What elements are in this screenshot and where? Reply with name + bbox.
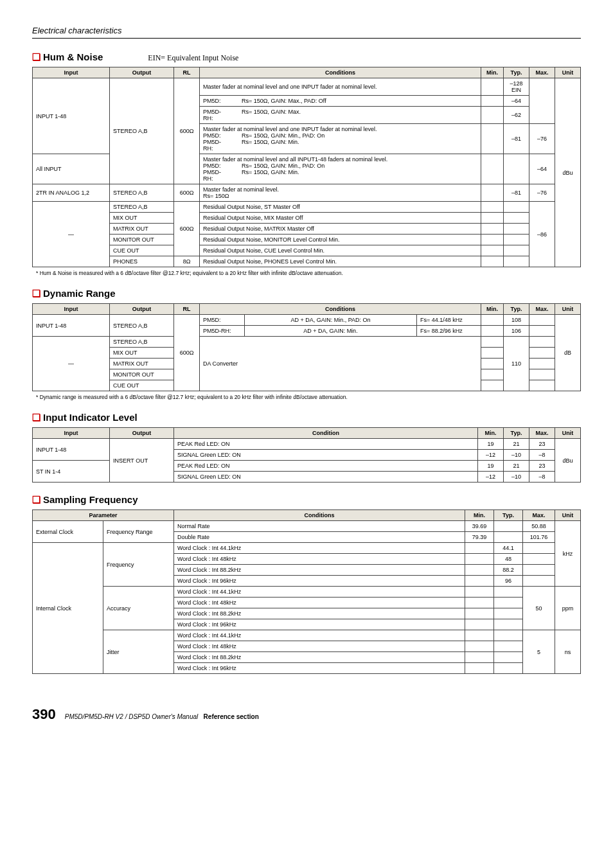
- cell-rl: 600Ω: [174, 315, 200, 391]
- cell-cond: PEAK Red LED: ON: [174, 461, 478, 472]
- cell-typ: [494, 663, 523, 674]
- table-row: — STEREO A,B 600Ω Residual Output Noise,…: [33, 202, 581, 213]
- cell-cond: Word Clock : Int 44.1kHz: [174, 543, 465, 554]
- cell-cond: Residual Output Noise, MATRIX Master Off: [200, 224, 481, 235]
- cell-cond-l: PM5D-RH:: [200, 326, 245, 337]
- cell-typ: [494, 630, 523, 641]
- th-conditions: Conditions: [200, 304, 481, 315]
- cell-min: [481, 202, 504, 213]
- sampling-table: Parameter Conditions Min. Typ. Max. Unit…: [32, 509, 581, 674]
- cell-p2: Accuracy: [103, 587, 174, 630]
- table-row: MONITOR OUT Residual Output Noise, MONIT…: [33, 235, 581, 245]
- th-max: Max.: [529, 304, 555, 315]
- cell-min: [481, 96, 504, 107]
- cell-max: [523, 554, 555, 565]
- cell-typ: –62: [504, 107, 529, 124]
- th-typ: Typ.: [504, 428, 529, 439]
- table-row: Input Output RL Conditions Min. Typ. Max…: [33, 304, 581, 315]
- cell-rl: 8Ω: [174, 256, 200, 267]
- cell-min: [481, 224, 504, 235]
- th-typ: Typ.: [504, 67, 529, 78]
- table-row: MIX OUT Residual Output Noise, MIX Maste…: [33, 213, 581, 224]
- hum-noise-title: ❏Hum & Noise: [32, 51, 103, 63]
- cell-max: –64: [529, 154, 555, 184]
- cell-unit: dBu: [555, 439, 581, 483]
- cell-typ: 88.2: [494, 565, 523, 576]
- cell-input: INPUT 1-48: [33, 439, 110, 461]
- cell-p2: Jitter: [103, 630, 174, 674]
- table-row: PHONES 8Ω Residual Output Noise, PHONES …: [33, 256, 581, 267]
- cell-max: [529, 326, 555, 337]
- th-rl: RL: [174, 304, 200, 315]
- cell-typ: 108: [504, 315, 529, 326]
- cell-min: [481, 315, 504, 326]
- cell-p2: Frequency: [103, 543, 174, 587]
- th-max: Max.: [529, 428, 555, 439]
- cell-typ: [494, 608, 523, 619]
- cell-max: –76: [529, 124, 555, 154]
- cell-output: STEREO A,B: [110, 337, 174, 348]
- table-row: Input Output RL Conditions Min. Typ. Max…: [33, 67, 581, 78]
- cell-typ: –64: [504, 96, 529, 107]
- cell-output: MONITOR OUT: [110, 369, 174, 380]
- cell-max: [529, 337, 555, 348]
- cell-typ: [494, 521, 523, 532]
- cell-min: [465, 587, 494, 598]
- cell-min: 79.39: [465, 532, 494, 543]
- cell-output: MIX OUT: [110, 213, 174, 224]
- th-conditions: Conditions: [200, 67, 481, 78]
- th-min: Min.: [481, 304, 504, 315]
- th-min: Min.: [465, 510, 494, 521]
- cell-cond: DA Converter: [200, 337, 481, 391]
- cell-cond: Word Clock : Int 88.2kHz: [174, 652, 465, 663]
- cell-min: [481, 213, 504, 224]
- cell-unit: dBu: [555, 78, 581, 267]
- cell-max: –76: [529, 184, 555, 202]
- cell-min: [481, 348, 504, 359]
- cell-max: [529, 315, 555, 326]
- cell-cond: Master fader at nominal level and one IN…: [200, 78, 481, 96]
- cell-cond: Residual Output Noise, CUE Level Control…: [200, 245, 481, 256]
- page-footer: 390 PM5D/PM5D-RH V2 / DSP5D Owner's Manu…: [32, 706, 581, 723]
- cell-output: MONITOR OUT: [110, 235, 174, 245]
- th-output: Output: [110, 428, 174, 439]
- cell-min: [465, 554, 494, 565]
- cell-min: [481, 326, 504, 337]
- cell-typ: –81: [504, 124, 529, 154]
- cell-typ: 21: [504, 439, 529, 450]
- cell-min: [465, 576, 494, 587]
- table-row: INPUT 1-48 STEREO A,B 600Ω Master fader …: [33, 78, 581, 96]
- table-row: Accuracy Word Clock : Int 44.1kHz 50 ppm: [33, 587, 581, 598]
- th-unit: Unit: [555, 510, 581, 521]
- cell-cond: Word Clock : Int 96kHz: [174, 663, 465, 674]
- cell-fs: Fs= 44.1/48 kHz: [417, 315, 481, 326]
- cell-typ: [494, 619, 523, 630]
- cell-p2: Frequency Range: [103, 521, 174, 543]
- cell-typ: [494, 587, 523, 598]
- cell-output: MATRIX OUT: [110, 359, 174, 369]
- th-condition: Condition: [174, 428, 478, 439]
- cell-min: –12: [478, 472, 504, 483]
- th-max: Max.: [529, 67, 555, 78]
- table-row: INPUT 1-48 INSERT OUT PEAK Red LED: ON 1…: [33, 439, 581, 450]
- cell-output: STEREO A,B: [110, 202, 174, 213]
- dynamic-range-table: Input Output RL Conditions Min. Typ. Max…: [32, 303, 581, 391]
- cell-cond: Word Clock : Int 48kHz: [174, 598, 465, 608]
- cell-min: [481, 256, 504, 267]
- sampling-title: ❏Sampling Frequency: [32, 494, 138, 506]
- cell-min: [481, 235, 504, 245]
- cell-max: [529, 380, 555, 391]
- cell-max: 50.88: [523, 521, 555, 532]
- cell-min: [481, 369, 504, 380]
- cell-cond: Word Clock : Int 48kHz: [174, 554, 465, 565]
- hum-noise-table: Input Output RL Conditions Min. Typ. Max…: [32, 67, 581, 267]
- cell-typ: [494, 652, 523, 663]
- cell-min: [465, 543, 494, 554]
- cell-output: STEREO A,B: [110, 315, 174, 337]
- th-max: Max.: [523, 510, 555, 521]
- cell-typ: [504, 245, 529, 256]
- cell-cond: Word Clock : Int 88.2kHz: [174, 565, 465, 576]
- cell-cond: AD + DA, GAIN: Min., PAD: On: [245, 315, 417, 326]
- table-row: 2TR IN ANALOG 1,2 STEREO A,B 600Ω Master…: [33, 184, 581, 202]
- cell-cond: Master fader at nominal level and all IN…: [200, 154, 481, 184]
